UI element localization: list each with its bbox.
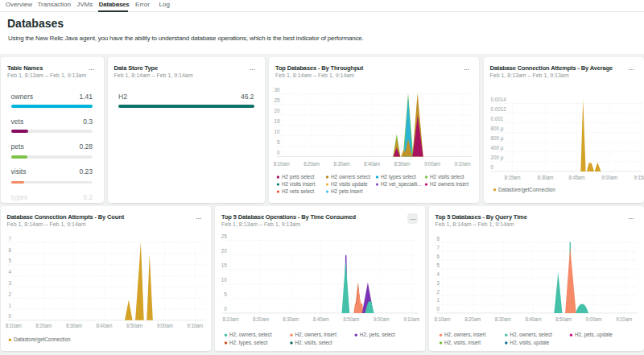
svg-text:800 µ: 800 µ	[490, 126, 503, 132]
svg-text:8:40am: 8:40am	[525, 316, 541, 322]
svg-text:H2, owners, insert: H2, owners, insert	[444, 332, 486, 337]
svg-text:8:40am: 8:40am	[96, 323, 112, 328]
svg-text:9:10am: 9:10am	[187, 323, 203, 328]
svg-text:8:15am: 8:15am	[504, 174, 520, 180]
svg-text:200 µ: 200 µ	[490, 155, 503, 161]
svg-text:8:10am: 8:10am	[5, 323, 21, 328]
svg-text:8:50am: 8:50am	[126, 323, 142, 328]
svg-text:8:30am: 8:30am	[334, 160, 350, 166]
svg-text:H2, owners, select: H2, owners, select	[510, 332, 552, 337]
svg-text:H2, owners, insert: H2, owners, insert	[295, 332, 337, 337]
svg-text:H2 types select: H2 types select	[381, 174, 416, 180]
svg-text:H2 pets insert: H2 pets insert	[331, 188, 363, 195]
svg-text:8:50am: 8:50am	[343, 316, 359, 322]
svg-text:1: 1	[8, 302, 11, 308]
svg-text:H2, pets, update: H2, pets, update	[575, 332, 613, 338]
svg-text:9:00am: 9:00am	[374, 316, 390, 322]
svg-text:6: 6	[8, 246, 11, 252]
svg-text:7: 7	[436, 244, 440, 250]
svg-text:5: 5	[277, 139, 280, 145]
svg-text:9:00am: 9:00am	[601, 174, 617, 180]
svg-text:0.001: 0.001	[490, 116, 503, 122]
svg-text:8: 8	[436, 235, 440, 241]
svg-text:8:10am: 8:10am	[274, 160, 290, 166]
svg-text:H2, visits, insert: H2, visits, insert	[444, 340, 481, 345]
svg-text:30: 30	[274, 87, 280, 93]
svg-text:8:30am: 8:30am	[537, 174, 553, 180]
svg-text:H2 vet_specialti…: H2 vet_specialti…	[381, 181, 423, 188]
svg-text:5: 5	[8, 258, 11, 263]
svg-text:3: 3	[8, 279, 11, 285]
svg-text:9:10am: 9:10am	[454, 160, 470, 166]
svg-text:H2 visits insert: H2 visits insert	[282, 181, 316, 187]
svg-text:Datastore/getConnection: Datastore/getConnection	[13, 336, 70, 343]
svg-text:0: 0	[8, 313, 11, 319]
svg-text:8:30am: 8:30am	[494, 316, 510, 322]
svg-text:H2, visits, update: H2, visits, update	[510, 340, 549, 346]
svg-text:9:15am: 9:15am	[634, 174, 643, 180]
svg-text:10: 10	[221, 277, 228, 283]
svg-text:0: 0	[277, 150, 280, 155]
svg-text:20: 20	[221, 248, 228, 254]
svg-text:8:10am: 8:10am	[222, 316, 238, 322]
svg-text:Datastore/getConnection: Datastore/getConnection	[498, 187, 555, 193]
svg-text:7: 7	[8, 235, 11, 241]
svg-text:0: 0	[436, 306, 440, 312]
svg-text:H2 vets select: H2 vets select	[282, 188, 314, 194]
svg-text:0.0014: 0.0014	[490, 96, 506, 101]
svg-text:0.0012: 0.0012	[490, 106, 506, 112]
svg-text:2: 2	[436, 288, 440, 294]
svg-text:10: 10	[274, 129, 280, 134]
svg-text:25: 25	[221, 233, 228, 239]
svg-text:15: 15	[274, 118, 280, 124]
svg-text:9:00am: 9:00am	[424, 160, 440, 166]
svg-text:H2 visits update: H2 visits update	[331, 181, 368, 188]
svg-text:8:40am: 8:40am	[364, 160, 380, 166]
svg-text:8:50am: 8:50am	[555, 316, 571, 322]
svg-text:20: 20	[274, 108, 280, 114]
svg-text:H2 owners insert: H2 owners insert	[430, 181, 469, 187]
svg-text:8:20am: 8:20am	[303, 160, 320, 166]
svg-text:4: 4	[436, 270, 440, 276]
svg-text:5: 5	[224, 291, 227, 297]
svg-text:9:10am: 9:10am	[403, 316, 419, 322]
svg-text:5: 5	[436, 262, 440, 267]
svg-text:8:10am: 8:10am	[434, 316, 450, 322]
svg-text:8:40am: 8:40am	[313, 316, 329, 322]
svg-text:H2 pets select: H2 pets select	[282, 174, 315, 180]
svg-text:H2 owners select: H2 owners select	[331, 174, 370, 180]
svg-text:6: 6	[436, 253, 440, 258]
svg-text:9:10am: 9:10am	[616, 316, 632, 322]
svg-text:600 µ: 600 µ	[490, 135, 503, 142]
svg-text:H2, owners, select: H2, owners, select	[229, 332, 272, 337]
svg-text:400 µ: 400 µ	[490, 145, 503, 151]
svg-text:25: 25	[274, 97, 280, 103]
svg-text:H2, pets, select: H2, pets, select	[360, 332, 395, 338]
svg-text:0: 0	[490, 164, 493, 170]
svg-text:8:30am: 8:30am	[283, 316, 299, 322]
svg-text:8:20am: 8:20am	[35, 323, 52, 328]
svg-text:8:20am: 8:20am	[253, 316, 269, 322]
svg-text:15: 15	[221, 262, 228, 268]
svg-text:0: 0	[224, 306, 227, 312]
svg-text:H2, visits, select: H2, visits, select	[295, 340, 332, 345]
svg-text:3: 3	[436, 279, 440, 285]
svg-text:8:45am: 8:45am	[568, 174, 584, 180]
svg-text:4: 4	[8, 269, 11, 275]
svg-text:9:00am: 9:00am	[585, 316, 601, 322]
svg-text:1: 1	[436, 297, 440, 303]
svg-text:H2 visits select: H2 visits select	[430, 174, 464, 180]
svg-text:8:30am: 8:30am	[65, 323, 81, 328]
svg-text:2: 2	[8, 291, 11, 296]
svg-text:9:00am: 9:00am	[156, 323, 172, 328]
svg-text:8:20am: 8:20am	[464, 316, 481, 322]
svg-text:H2, types, select: H2, types, select	[229, 340, 267, 346]
svg-text:8:50am: 8:50am	[394, 160, 411, 166]
